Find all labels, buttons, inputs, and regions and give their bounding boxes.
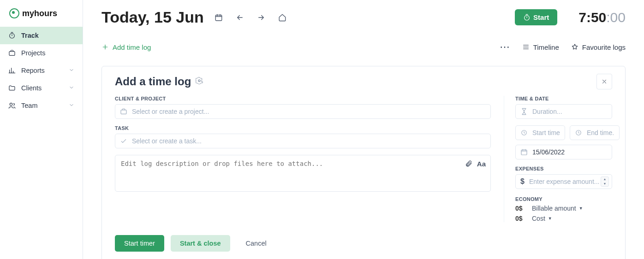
panel-body: CLIENT & PROJECT TASK xyxy=(115,96,612,222)
panel-title: Add a time log xyxy=(115,75,191,88)
cancel-button[interactable]: Cancel xyxy=(237,235,276,252)
stopwatch-icon xyxy=(523,14,531,21)
sidebar: myhours Track Projects Reports xyxy=(0,0,83,259)
chart-icon xyxy=(8,67,16,74)
more-button[interactable]: ⋯ xyxy=(500,41,510,53)
cost-label: Cost xyxy=(532,215,545,222)
attach-button[interactable] xyxy=(465,160,472,169)
duration-input[interactable] xyxy=(532,108,613,115)
date-input[interactable] xyxy=(532,148,613,156)
close-button[interactable] xyxy=(596,74,612,89)
timeline-label: Timeline xyxy=(533,43,559,51)
start-button-label: Start xyxy=(533,13,549,21)
gear-icon xyxy=(196,77,203,84)
billable-value: 0$ xyxy=(515,205,526,212)
description-field[interactable]: Aa xyxy=(115,155,491,192)
end-time-input[interactable] xyxy=(587,129,614,136)
clock-main: 7:50 xyxy=(578,10,606,25)
prev-day-button[interactable] xyxy=(233,11,246,24)
main: Today, 15 Jun Start 7:50:00 Add time log… xyxy=(83,0,644,259)
favourite-logs-button[interactable]: Favourite logs xyxy=(571,43,626,51)
clock-seconds: :00 xyxy=(606,10,626,25)
billable-dropdown[interactable]: Billable amount ▼ xyxy=(532,205,583,212)
time-date-label: TIME & DATE xyxy=(515,96,612,101)
chevron-down-icon xyxy=(69,84,74,92)
sidebar-item-track[interactable]: Track xyxy=(0,27,83,44)
task-input[interactable] xyxy=(132,137,486,145)
start-close-button[interactable]: Start & close xyxy=(171,235,230,252)
add-time-log-button[interactable]: Add time log xyxy=(101,43,151,51)
svg-rect-9 xyxy=(521,150,527,155)
task-field[interactable] xyxy=(115,134,491,148)
timeline-icon xyxy=(522,43,530,51)
add-time-log-panel: Add a time log CLIENT & PROJECT TASK xyxy=(101,66,626,259)
end-time-field[interactable] xyxy=(570,125,620,140)
arrow-left-icon xyxy=(236,13,244,22)
clock: 7:50:00 xyxy=(578,10,626,25)
panel-left-column: CLIENT & PROJECT TASK xyxy=(115,96,491,222)
add-log-label: Add time log xyxy=(113,43,151,51)
expenses-label: EXPENSES xyxy=(515,166,612,171)
folder-icon xyxy=(8,84,16,92)
client-project-label: CLIENT & PROJECT xyxy=(115,96,491,101)
cost-row: 0$ Cost ▼ xyxy=(515,215,612,222)
stopwatch-icon xyxy=(8,32,16,39)
svg-point-2 xyxy=(10,103,12,106)
billable-label: Billable amount xyxy=(532,205,576,212)
briefcase-icon xyxy=(120,108,127,115)
settings-button[interactable] xyxy=(196,77,203,86)
project-field[interactable] xyxy=(115,104,491,119)
sidebar-item-projects[interactable]: Projects xyxy=(0,44,83,62)
start-button[interactable]: Start xyxy=(515,9,557,25)
chevron-up-icon: ▲ xyxy=(601,177,608,182)
close-icon xyxy=(601,78,608,85)
sidebar-item-clients[interactable]: Clients xyxy=(0,79,83,97)
clock-icon xyxy=(575,129,582,136)
description-tools: Aa xyxy=(465,160,486,169)
briefcase-icon xyxy=(8,49,16,57)
hourglass-icon xyxy=(520,108,528,115)
star-icon xyxy=(571,43,578,51)
logo[interactable]: myhours xyxy=(0,8,83,27)
start-time-input[interactable] xyxy=(532,129,560,136)
svg-rect-3 xyxy=(215,15,222,20)
favourite-label: Favourite logs xyxy=(582,43,626,51)
calendar-button[interactable] xyxy=(212,11,225,24)
dots-icon: ⋯ xyxy=(500,41,510,53)
timeline-button[interactable]: Timeline xyxy=(522,43,559,51)
arrow-right-icon xyxy=(257,13,265,22)
users-icon xyxy=(8,102,16,109)
project-input[interactable] xyxy=(132,108,486,115)
cost-dropdown[interactable]: Cost ▼ xyxy=(532,215,552,222)
expense-stepper[interactable]: ▲ ▼ xyxy=(601,177,609,187)
topbar: Today, 15 Jun Start 7:50:00 xyxy=(101,8,626,26)
brand-name: myhours xyxy=(22,9,57,18)
text-format-icon: Aa xyxy=(477,160,486,168)
date-field[interactable] xyxy=(515,145,612,159)
plus-icon xyxy=(101,43,109,51)
clock-icon xyxy=(520,129,528,136)
svg-rect-1 xyxy=(9,52,15,56)
expense-field[interactable]: $ ▲ ▼ xyxy=(515,174,612,189)
economy-label: ECONOMY xyxy=(515,196,612,202)
duration-field[interactable] xyxy=(515,104,612,119)
sidebar-item-team[interactable]: Team xyxy=(0,97,83,114)
panel-footer: Start timer Start & close Cancel xyxy=(115,235,612,252)
paperclip-icon xyxy=(465,160,472,167)
format-button[interactable]: Aa xyxy=(477,160,486,169)
expense-input[interactable] xyxy=(529,178,610,185)
sidebar-item-label: Projects xyxy=(21,49,45,57)
start-time-field[interactable] xyxy=(515,125,565,140)
calendar-icon xyxy=(520,148,528,156)
billable-row: 0$ Billable amount ▼ xyxy=(515,205,612,212)
panel-header: Add a time log xyxy=(115,74,612,89)
home-button[interactable] xyxy=(276,11,289,24)
start-timer-button[interactable]: Start timer xyxy=(115,235,164,252)
next-day-button[interactable] xyxy=(255,11,268,24)
sidebar-item-label: Track xyxy=(21,32,39,39)
description-input[interactable] xyxy=(121,160,462,187)
sidebar-item-reports[interactable]: Reports xyxy=(0,62,83,79)
svg-rect-6 xyxy=(121,110,126,114)
home-icon xyxy=(278,13,286,22)
actions-row: Add time log ⋯ Timeline Favourite logs xyxy=(101,38,626,56)
